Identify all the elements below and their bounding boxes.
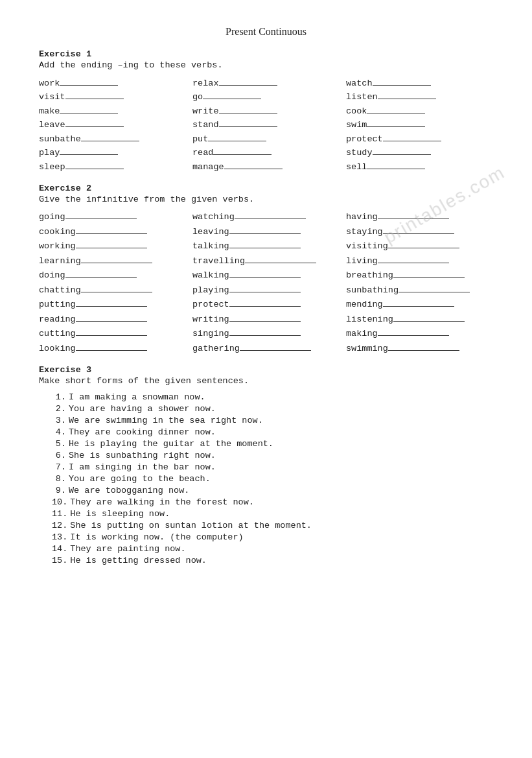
exercise2-grid: goingwatchinghavingcookingleavingstaying…: [39, 211, 493, 353]
ex2-item: watching: [192, 211, 340, 222]
underline: [383, 132, 441, 141]
ex2-word: cutting: [39, 329, 76, 338]
ex2-item: listening: [346, 313, 493, 324]
list-item: 1.I am making a snowman now.: [52, 392, 493, 402]
list-item: 10.They are walking in the forest now.: [52, 497, 493, 507]
ex2-word: singing: [192, 329, 229, 338]
underline: [388, 342, 459, 351]
underline: [229, 225, 301, 234]
list-number: 4.: [52, 427, 66, 437]
underline: [224, 160, 283, 169]
underline: [235, 211, 306, 220]
ex2-word: swimming: [346, 344, 388, 353]
exercise3-heading: Exercise 3: [39, 365, 493, 375]
list-item: 11.He is sleeping now.: [52, 509, 493, 519]
verb-item: visit: [39, 91, 186, 102]
ex2-item: swimming: [346, 342, 493, 353]
underline: [81, 254, 152, 263]
underline: [229, 240, 301, 249]
ex2-word: reading: [39, 314, 76, 324]
verb-item: stand: [192, 119, 340, 130]
underline: [393, 313, 465, 322]
verb-item: relax: [192, 77, 340, 88]
ex2-word: chatting: [39, 285, 81, 295]
verb-word: stand: [192, 120, 219, 130]
sentence-text: We are tobogganing now.: [69, 486, 189, 495]
verb-item: go: [192, 91, 340, 102]
ex2-word: watching: [192, 212, 235, 222]
underline: [76, 225, 147, 234]
ex2-word: writing: [192, 314, 229, 324]
verb-item: play: [39, 147, 186, 158]
underline: [367, 119, 425, 128]
ex2-item: protect: [192, 298, 340, 310]
sentence-text: It is working now. (the computer): [70, 532, 243, 542]
verb-item: write: [192, 104, 340, 116]
underline: [219, 104, 277, 113]
list-number: 15.: [52, 556, 67, 565]
ex2-item: talking: [192, 240, 340, 252]
underline: [65, 91, 124, 100]
list-item: 12.She is putting on suntan lotion at th…: [52, 521, 493, 530]
exercise3-instruction: Make short forms of the given sentences.: [39, 376, 493, 386]
verb-item: manage: [192, 160, 340, 172]
underline: [378, 211, 449, 220]
list-item: 4.They are cooking dinner now.: [52, 427, 493, 437]
list-number: 6.: [52, 451, 66, 460]
ex2-word: having: [346, 212, 378, 222]
verb-item: work: [39, 77, 186, 88]
list-item: 3.We are swimming in the sea right now.: [52, 416, 493, 425]
ex2-word: putting: [39, 300, 76, 309]
underline: [378, 254, 449, 263]
ex2-item: reading: [39, 313, 186, 324]
list-item: 5.He is playing the guitar at the moment…: [52, 439, 493, 449]
underline: [378, 327, 449, 337]
list-item: 15.He is getting dressed now.: [52, 556, 493, 565]
ex2-item: learning: [39, 254, 186, 266]
verb-word: play: [39, 148, 60, 158]
verb-word: listen: [346, 92, 378, 102]
sentence-text: She is sunbathing right now.: [69, 451, 216, 460]
verb-item: sell: [346, 160, 493, 172]
list-number: 1.: [52, 392, 66, 402]
underline: [229, 327, 301, 337]
verb-word: sleep: [39, 162, 65, 172]
ex2-word: living: [346, 256, 378, 266]
list-number: 5.: [52, 439, 66, 449]
verb-item: study: [346, 147, 493, 158]
exercise1-grid: workrelaxwatchvisitgolistenmakewritecook…: [39, 77, 493, 172]
ex2-word: breathing: [346, 270, 393, 280]
ex2-word: going: [39, 212, 65, 222]
verb-word: go: [192, 92, 203, 102]
underline: [383, 298, 454, 307]
verb-word: cook: [346, 106, 367, 116]
ex2-item: travelling: [192, 254, 340, 266]
exercise1-instruction: Add the ending –ing to these verbs.: [39, 60, 493, 70]
underline: [229, 313, 301, 322]
underline: [76, 313, 147, 322]
underline: [208, 132, 266, 141]
underline: [65, 211, 137, 220]
sentence-text: He is playing the guitar at the moment.: [69, 439, 273, 449]
underline: [60, 104, 118, 113]
ex2-item: cutting: [39, 327, 186, 339]
underline: [383, 225, 454, 234]
ex2-item: singing: [192, 327, 340, 339]
underline: [229, 269, 301, 278]
ex2-item: having: [346, 211, 493, 222]
sentence-text: She is putting on suntan lotion at the m…: [70, 521, 312, 530]
ex2-word: sunbathing: [346, 285, 399, 295]
verb-word: swim: [346, 120, 367, 130]
verb-item: read: [192, 147, 340, 158]
ex2-item: looking: [39, 342, 186, 353]
ex2-item: gathering: [192, 342, 340, 353]
exercise3-list: 1.I am making a snowman now.2.You are ha…: [39, 392, 493, 565]
underline: [76, 298, 147, 307]
sentence-text: You are going to the beach.: [69, 474, 211, 484]
ex2-item: staying: [346, 225, 493, 237]
ex2-item: going: [39, 211, 186, 222]
verb-item: leave: [39, 119, 186, 130]
ex2-word: playing: [192, 285, 229, 295]
underline: [219, 77, 277, 86]
sentence-text: They are cooking dinner now.: [69, 427, 216, 437]
